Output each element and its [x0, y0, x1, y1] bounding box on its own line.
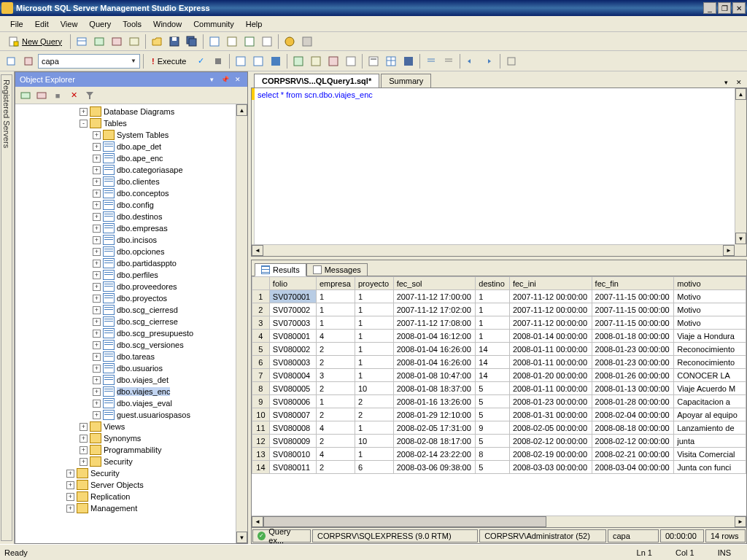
table-cell[interactable]: SV080005	[269, 382, 316, 395]
execute-button[interactable]: ! Execute	[147, 55, 191, 68]
table-cell[interactable]: 2	[316, 435, 355, 448]
column-header[interactable]: motivo	[674, 277, 746, 290]
table-cell[interactable]: 2008-02-12 00:00:00	[592, 435, 674, 448]
table-cell[interactable]: 1	[355, 290, 394, 303]
table-cell[interactable]: 1	[355, 303, 394, 316]
table-cell[interactable]: 8	[476, 448, 510, 461]
table-cell[interactable]: 2008-03-04 00:00:00	[592, 461, 674, 474]
refresh-icon[interactable]: ✕	[66, 88, 81, 103]
table-cell[interactable]: 2008-02-14 23:22:00	[393, 448, 476, 461]
table-cell[interactable]: 1	[476, 330, 510, 343]
table-row[interactable]: 7SV080004312008-01-08 10:47:00142008-01-…	[252, 369, 746, 382]
tree-folder[interactable]: +Replication	[17, 491, 246, 502]
table-cell[interactable]: 2008-01-16 13:26:00	[393, 395, 476, 408]
new-query-button[interactable]: New Query	[3, 34, 67, 50]
table-cell[interactable]: 14	[476, 356, 510, 369]
table-row[interactable]: 14SV080011262008-03-06 09:38:0052008-03-…	[252, 461, 746, 474]
table-cell[interactable]: 1	[355, 356, 394, 369]
table-cell[interactable]: 2	[316, 356, 355, 369]
menu-tools[interactable]: Tools	[117, 18, 147, 31]
tree-toggle-icon[interactable]: +	[80, 458, 88, 466]
table-cell[interactable]: 2	[355, 395, 394, 408]
table-cell[interactable]: 1	[355, 343, 394, 356]
table-cell[interactable]: 2008-01-04 16:26:00	[393, 356, 476, 369]
tab-dropdown-icon[interactable]: ▾	[721, 77, 731, 88]
table-row[interactable]: 11SV080008412008-02-05 17:31:0092008-02-…	[252, 421, 746, 435]
tree-toggle-icon[interactable]: +	[93, 341, 101, 349]
tree-table[interactable]: +dbo.proyectos	[17, 292, 246, 304]
table-cell[interactable]: SV080001	[269, 330, 316, 343]
table-cell[interactable]: 2008-01-08 18:37:00	[393, 382, 476, 395]
row-number[interactable]: 9	[252, 395, 270, 408]
parse-icon[interactable]: ✓	[193, 53, 209, 69]
table-cell[interactable]: 2008-01-20 00:00:00	[509, 369, 592, 382]
row-number[interactable]: 14	[252, 461, 270, 474]
table-cell[interactable]: 2	[316, 408, 355, 421]
tree-toggle-icon[interactable]: +	[93, 143, 101, 151]
tab-messages[interactable]: Messages	[306, 263, 368, 276]
tree-table[interactable]: +dbo.usuarios	[17, 362, 246, 374]
registered-servers-tab[interactable]: Registered Servers	[0, 71, 15, 544]
toolbar-icon[interactable]	[241, 34, 258, 50]
table-cell[interactable]: 14	[476, 369, 510, 382]
table-row[interactable]: 2SV070002112007-11-12 17:02:0012007-11-1…	[252, 303, 746, 316]
tree-folder[interactable]: +Security	[17, 467, 246, 479]
column-header[interactable]: fec_sol	[393, 277, 476, 290]
table-cell[interactable]: 2007-11-12 17:00:00	[393, 290, 476, 303]
table-cell[interactable]: CONOCER LA	[674, 369, 746, 382]
tree-toggle-icon[interactable]: +	[93, 213, 101, 221]
table-cell[interactable]: 2008-01-29 12:10:00	[393, 408, 476, 421]
table-cell[interactable]: Visita Comercial	[674, 448, 746, 461]
row-number[interactable]: 12	[252, 435, 270, 448]
table-cell[interactable]: 2008-01-26 00:00:00	[592, 369, 674, 382]
connect-icon[interactable]	[18, 88, 33, 103]
table-cell[interactable]: SV080006	[269, 395, 316, 408]
scroll-thumb[interactable]	[263, 516, 546, 527]
tree-table[interactable]: +dbo.scg_cierresd	[17, 304, 246, 316]
table-cell[interactable]: 5	[476, 461, 510, 474]
row-number[interactable]: 2	[252, 303, 270, 316]
sql-editor[interactable]: select * from scn.dbo.viajes_enc ▲▼ ◄►	[251, 88, 747, 257]
table-cell[interactable]: 4	[316, 330, 355, 343]
column-header[interactable]: folio	[269, 277, 316, 290]
tree-table[interactable]: +dbo.viajes_det	[17, 374, 246, 386]
menu-edit[interactable]: Edit	[29, 18, 55, 31]
tree-table[interactable]: +dbo.perfiles	[17, 269, 246, 281]
table-cell[interactable]: 2008-02-05 00:00:00	[509, 421, 592, 435]
tree-table[interactable]: +dbo.scg_versiones	[17, 339, 246, 351]
cancel-icon[interactable]	[210, 53, 226, 69]
tree-toggle-icon[interactable]: +	[80, 108, 88, 116]
toolbar-icon[interactable]	[325, 53, 341, 69]
table-cell[interactable]: 2008-01-04 16:26:00	[393, 343, 476, 356]
tree-toggle-icon[interactable]: +	[80, 423, 88, 431]
object-explorer-tree[interactable]: +Database Diagrams-Tables+System Tables+…	[15, 104, 247, 543]
table-cell[interactable]: 2007-11-12 17:08:00	[393, 316, 476, 330]
tree-folder[interactable]: +Management	[17, 502, 246, 514]
table-cell[interactable]: SV070002	[269, 303, 316, 316]
menu-view[interactable]: View	[55, 18, 84, 31]
tree-toggle-icon[interactable]: +	[66, 505, 74, 513]
row-number[interactable]: 4	[252, 330, 270, 343]
tree-table[interactable]: +dbo.destinos	[17, 211, 246, 222]
table-cell[interactable]: 2	[316, 343, 355, 356]
column-header[interactable]: proyecto	[355, 277, 394, 290]
table-cell[interactable]: junta	[674, 435, 746, 448]
table-cell[interactable]: 2007-11-15 00:00:00	[592, 303, 674, 316]
row-number[interactable]: 3	[252, 316, 270, 330]
tree-scrollbar[interactable]: ▲ ▼	[236, 104, 247, 543]
toolbar-icon[interactable]	[3, 53, 19, 69]
table-cell[interactable]: SV080007	[269, 408, 316, 421]
save-all-icon[interactable]	[184, 34, 200, 50]
table-cell[interactable]: Reconocimiento	[674, 356, 746, 369]
tree-toggle-icon[interactable]: +	[93, 400, 101, 408]
tree-toggle-icon[interactable]: +	[93, 411, 101, 419]
table-cell[interactable]: SV080002	[269, 343, 316, 356]
menu-file[interactable]: File	[4, 18, 29, 31]
tree-toggle-icon[interactable]: +	[93, 318, 101, 326]
filter-icon[interactable]	[82, 88, 97, 103]
table-cell[interactable]: 2008-01-23 00:00:00	[592, 356, 674, 369]
open-file-icon[interactable]	[149, 34, 165, 50]
tree-table[interactable]: +dbo.proveedores	[17, 281, 246, 292]
table-row[interactable]: 13SV080010412008-02-14 23:22:0082008-02-…	[252, 448, 746, 461]
table-cell[interactable]: Reconocimiento	[674, 343, 746, 356]
